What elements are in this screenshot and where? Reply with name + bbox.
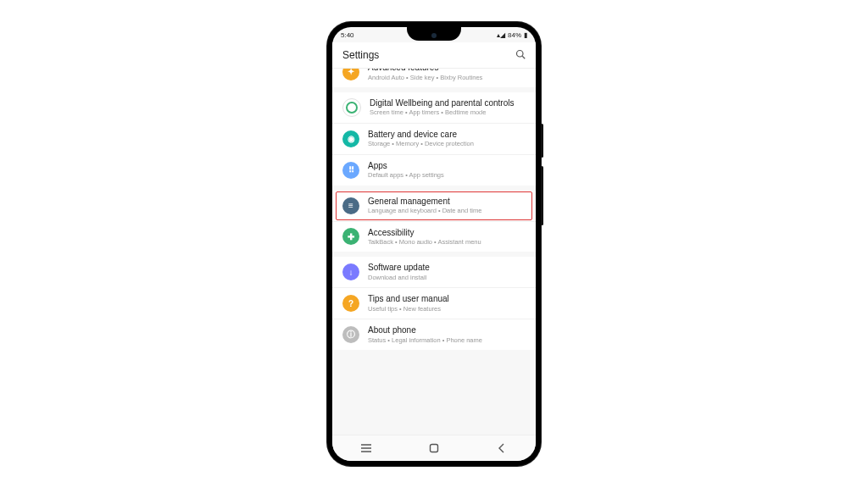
software-update-icon: ↓ (342, 263, 359, 280)
svg-point-0 (517, 50, 524, 57)
advanced-features-icon: ✦ (342, 68, 359, 80)
settings-list[interactable]: ✦ Advanced features Android Auto • Side … (332, 68, 536, 435)
digital-wellbeing-icon (342, 98, 361, 117)
row-sub: Status • Legal information • Phone name (368, 336, 482, 344)
row-sub: Download and install (368, 274, 430, 281)
row-software-update[interactable]: ↓ Software update Download and install (332, 257, 536, 287)
notch (407, 27, 461, 41)
battery-text: 84% (508, 31, 521, 39)
row-title: Apps (368, 161, 444, 172)
status-right: ▴◢ 84% ▮ (497, 31, 527, 39)
search-button[interactable] (515, 49, 526, 62)
home-icon (429, 443, 439, 453)
side-key (541, 124, 543, 158)
back-icon (498, 443, 506, 453)
row-title: General management (368, 197, 481, 208)
accessibility-icon: ✚ (342, 228, 359, 245)
app-header: Settings (332, 42, 536, 69)
row-title: Software update (368, 263, 430, 274)
row-sub: Language and keyboard • Date and time (368, 207, 481, 214)
row-tips-manual[interactable]: ? Tips and user manual Useful tips • New… (332, 287, 536, 319)
row-title: Accessibility (368, 228, 481, 239)
stage: 5:40 ▴◢ 84% ▮ Settings ✦ Advanced featur… (0, 0, 868, 488)
row-digital-wellbeing[interactable]: Digital Wellbeing and parental controls … (332, 92, 536, 123)
row-general-management[interactable]: ≡ General management Language and keyboa… (332, 191, 536, 221)
search-icon (515, 49, 526, 59)
apps-icon: ⠿ (342, 162, 359, 179)
nav-recents[interactable] (348, 438, 385, 458)
tips-icon: ? (342, 295, 359, 312)
row-sub: Default apps • App settings (368, 171, 444, 179)
recents-icon (360, 444, 372, 452)
battery-care-icon: ◉ (342, 130, 359, 147)
svg-rect-5 (431, 445, 438, 452)
general-management-icon: ≡ (342, 197, 359, 214)
row-about-phone[interactable]: ⓘ About phone Status • Legal information… (332, 319, 536, 350)
row-sub: Screen time • App timers • Bedtime mode (370, 108, 514, 116)
row-title: Tips and user manual (368, 294, 449, 305)
nav-home[interactable] (415, 438, 453, 458)
status-time: 5:40 (341, 31, 354, 39)
row-battery-care[interactable]: ◉ Battery and device care Storage • Memo… (332, 123, 536, 154)
nav-bar (332, 435, 536, 461)
phone-frame: 5:40 ▴◢ 84% ▮ Settings ✦ Advanced featur… (327, 22, 541, 466)
nav-back[interactable] (483, 438, 520, 458)
signal-icon: ▴◢ (497, 31, 505, 39)
row-sub: TalkBack • Mono audio • Assistant menu (368, 238, 481, 246)
row-title: About phone (368, 325, 482, 336)
row-accessibility[interactable]: ✚ Accessibility TalkBack • Mono audio • … (332, 221, 536, 252)
row-sub: Android Auto • Side key • Bixby Routines (368, 74, 482, 81)
about-phone-icon: ⓘ (342, 326, 359, 343)
row-sub: Useful tips • New features (368, 305, 449, 313)
row-apps[interactable]: ⠿ Apps Default apps • App settings (332, 154, 536, 186)
phone-screen: 5:40 ▴◢ 84% ▮ Settings ✦ Advanced featur… (332, 27, 536, 461)
svg-line-1 (522, 56, 525, 58)
row-title: Digital Wellbeing and parental controls (370, 98, 514, 109)
row-title: Battery and device care (368, 130, 474, 141)
volume-key (541, 166, 543, 225)
page-title: Settings (342, 49, 379, 61)
row-sub: Storage • Memory • Device protection (368, 140, 474, 147)
battery-icon: ▮ (524, 31, 527, 39)
row-advanced-features[interactable]: ✦ Advanced features Android Auto • Side … (332, 68, 536, 87)
